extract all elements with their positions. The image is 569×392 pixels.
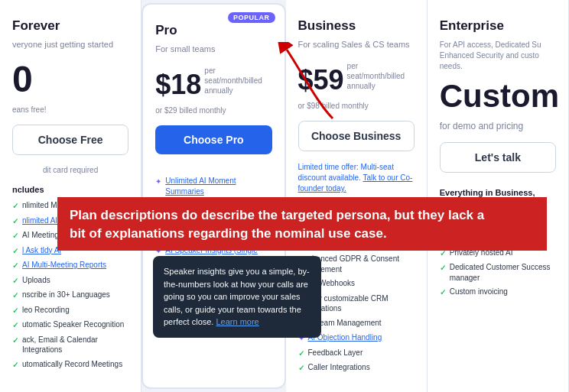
red-banner-line1: Plan descriptions do describe the target…	[70, 208, 484, 222]
pro-price-amount: $18	[155, 71, 201, 99]
forever-plan-name: Forever	[12, 18, 128, 34]
pro-billing: or $29 billed monthly	[155, 106, 271, 115]
cofounder-link[interactable]: Talk to our Co-founder today.	[298, 173, 413, 193]
red-banner-line2: bit of explanations regarding the nomina…	[70, 226, 387, 241]
feature-item: ✓Dedicated Customer Successmanager	[440, 262, 556, 283]
pro-tagline: For small teams	[155, 44, 271, 53]
forever-billing: eans free!	[12, 105, 128, 114]
enterprise-desc: For API access, Dedicated Su Enhanced Se…	[440, 40, 556, 72]
popular-badge: POPULAR	[228, 12, 275, 23]
feature-item: ✓Uploads	[12, 275, 128, 287]
feature-item: ✓AI Multi-Meeting Reports	[12, 260, 128, 271]
choose-pro-button[interactable]: Choose Pro	[155, 125, 271, 154]
forever-section-label: ncludes	[12, 185, 128, 194]
business-tagline: For scaling Sales & CS teams	[298, 40, 415, 49]
feature-item: ✓utomatically Record Meetings	[12, 359, 128, 371]
forever-plan: Forever veryone just getting started 0 e…	[0, 0, 141, 392]
tooltip-box: Speaker insights give you a simple, by-t…	[153, 256, 321, 338]
pro-price-detail: per seat/month/billedannually	[204, 66, 271, 96]
feature-item: ✓ack, Email & Calendar Integrations	[12, 335, 128, 355]
business-price-detail: per seat/month/billedannually	[347, 61, 415, 91]
business-price-row: $59 per seat/month/billedannually	[298, 61, 415, 94]
feature-item: ✓Feedback Layer	[298, 348, 415, 359]
feature-item: ✦Unlimited AI Moment Summaries	[155, 176, 271, 196]
feature-item: ✓Custom invoicing	[440, 287, 556, 298]
business-billing: or $98 billed monthly	[298, 102, 415, 110]
red-banner: Plan descriptions do describe the target…	[57, 197, 547, 251]
enterprise-plan-name: Enterprise	[440, 18, 556, 34]
choose-free-button[interactable]: Choose Free	[12, 125, 128, 155]
feature-item: ✓utomatic Speaker Recognition	[12, 319, 128, 331]
pro-plan-name: Pro	[155, 23, 271, 38]
enterprise-plan: Enterprise For API access, Dedicated Su …	[428, 0, 569, 392]
forever-price: 0	[12, 61, 33, 98]
no-card-note: dit card required	[12, 166, 128, 174]
learn-more-link[interactable]: Learn more	[216, 317, 258, 326]
feature-item: ✓leo Recording	[12, 305, 128, 316]
choose-business-button[interactable]: Choose Business	[298, 121, 415, 151]
feature-item: ✓Caller Integrations	[298, 362, 415, 374]
limited-offer-label: Limited time offer: Multi-seat discount …	[298, 163, 413, 193]
lets-talk-button[interactable]: Let's talk	[440, 142, 556, 173]
enterprise-price: Custom	[440, 78, 556, 115]
forever-tagline: veryone just getting started	[12, 40, 128, 49]
enterprise-price-sub: for demo and pricing	[440, 121, 556, 131]
business-plan-name: Business	[298, 18, 415, 34]
business-price-amount: $59	[298, 66, 344, 94]
feature-item: ✓nscribe in 30+ Languages	[12, 290, 128, 301]
pro-price-row: $18 per seat/month/billedannually	[155, 66, 271, 99]
limited-offer-text: Limited time offer: Multi-seat discount …	[298, 162, 415, 194]
